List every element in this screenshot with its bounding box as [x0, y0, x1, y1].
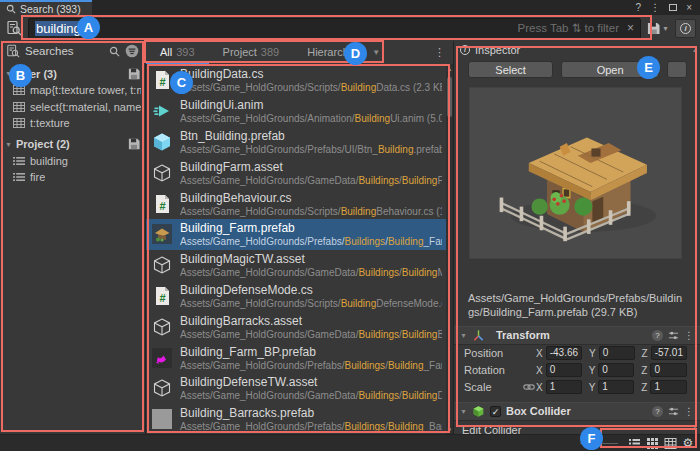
filter-icon[interactable]: [125, 44, 139, 58]
grid-view-icon[interactable]: [645, 436, 659, 450]
sidebar-item-label: building: [30, 155, 68, 167]
save-icon: [128, 68, 140, 80]
enabled-checkbox[interactable]: ✓: [490, 406, 501, 417]
result-row[interactable]: #BuildingData.csAssets/Game_HoldGrounds/…: [146, 65, 446, 96]
section-kebab-icon[interactable]: ⋮: [684, 406, 694, 417]
transform-row-scale: ScaleX1Y1Z1: [454, 379, 700, 396]
info-icon: i: [460, 45, 470, 55]
box-collider-section-header[interactable]: ▼ ✓ Box Collider ? ⋮: [454, 402, 700, 421]
section-kebab-icon[interactable]: ⋮: [684, 330, 694, 341]
clear-search-icon[interactable]: ×: [627, 21, 634, 35]
results-panel: All393Project389Hierarchy ▼ ⋮ #BuildingD…: [146, 41, 453, 434]
result-name: BuildingBehaviour.cs: [180, 191, 442, 205]
scroll-down-icon[interactable]: ▼: [692, 424, 698, 430]
toggle-inspector-button[interactable]: i: [675, 19, 696, 38]
table-icon: [13, 84, 25, 96]
results-scrollbar[interactable]: ▲ ▼: [446, 65, 453, 434]
result-path: Assets/Game_HoldGrounds/GameData/Buildin…: [180, 329, 442, 340]
cs-file-icon: #: [151, 285, 173, 307]
saved-searches-toggle-button[interactable]: [4, 18, 24, 38]
item-size-slider[interactable]: [580, 438, 618, 448]
scale-x-field[interactable]: 1: [546, 380, 582, 394]
tab-project[interactable]: Project389: [209, 41, 294, 64]
result-path: Assets/Game_HoldGrounds/Prefabs/Building…: [180, 360, 442, 371]
table-icon: [13, 117, 25, 129]
asset-file-icon: [151, 377, 173, 399]
tab-hierarchy[interactable]: Hierarchy: [293, 41, 368, 64]
result-name: Building_Farm_BP.prefab: [180, 345, 442, 359]
fold-icon[interactable]: ▼: [460, 408, 467, 415]
result-row[interactable]: #BuildingDefenseMode.csAssets/Game_HoldG…: [146, 281, 446, 312]
sidebar-item-label: map{t:texture tower, t:ma: [30, 84, 141, 96]
sidebar-item-building[interactable]: building: [0, 153, 145, 170]
table-view-icon[interactable]: [663, 436, 677, 450]
transform-row-label: Position: [464, 347, 522, 359]
rotation-x-field[interactable]: 0: [546, 363, 582, 377]
scrollbar-thumb[interactable]: [447, 77, 452, 117]
fold-icon[interactable]: ▼: [5, 70, 12, 77]
result-row[interactable]: BuildingFarm.assetAssets/Game_HoldGround…: [146, 157, 446, 188]
presets-icon[interactable]: [668, 406, 679, 417]
asset-file-icon: [151, 162, 173, 184]
sidebar-item-t-texture[interactable]: t:texture: [0, 115, 145, 132]
fold-icon[interactable]: ▼: [5, 141, 12, 148]
position-x-field[interactable]: -43.66: [546, 346, 582, 360]
statusbar: ⚙: [0, 434, 700, 451]
scale-z-field[interactable]: 1: [650, 380, 687, 394]
results-menu-kebab-icon[interactable]: ⋮: [426, 41, 453, 64]
position-z-field[interactable]: -57.01: [651, 346, 687, 360]
saved-searches-panel: Searches ▼User (3)map{t:texture tower, t…: [0, 41, 146, 434]
scroll-up-icon[interactable]: ▲: [446, 66, 453, 72]
search-icon[interactable]: [109, 46, 120, 57]
edit-collider-label[interactable]: Edit Collider: [462, 424, 700, 434]
scale-y-field[interactable]: 1: [598, 380, 634, 394]
result-row[interactable]: Btn_Building.prefabAssets/Game_HoldGroun…: [146, 127, 446, 158]
menu-kebab-icon[interactable]: ⋮: [650, 2, 660, 13]
presets-icon[interactable]: [668, 330, 679, 341]
result-row[interactable]: BuildingMagicTW.assetAssets/Game_HoldGro…: [146, 250, 446, 281]
svg-text:#: #: [159, 76, 165, 88]
open-button[interactable]: Open: [561, 61, 659, 78]
result-row[interactable]: BuildingDefenseTW.assetAssets/Game_HoldG…: [146, 373, 446, 404]
maximize-icon[interactable]: [669, 4, 677, 11]
transform-section-header[interactable]: ▼ Transform ? ⋮: [454, 326, 700, 345]
select-button[interactable]: Select: [468, 61, 553, 78]
help-icon[interactable]: ?: [636, 2, 642, 13]
tabs-dropdown-icon[interactable]: ▼: [368, 41, 384, 64]
settings-icon[interactable]: ⚙: [681, 436, 695, 450]
chevron-down-icon: ▼: [662, 25, 669, 32]
close-icon[interactable]: ×: [686, 2, 692, 13]
sidebar-group-header[interactable]: ▼Project (2): [0, 136, 145, 153]
tab-all[interactable]: All393: [146, 41, 209, 64]
result-row[interactable]: Building_Farm.prefabAssets/Game_HoldGrou…: [146, 219, 446, 250]
result-path: Assets/Game_HoldGrounds/Prefabs/Building…: [180, 236, 442, 247]
fold-icon[interactable]: ▼: [460, 332, 467, 339]
search-input[interactable]: building Press Tab ⇅ to filter ×: [28, 18, 641, 39]
result-row[interactable]: Building_Barracks.prefabAssets/Game_Hold…: [146, 404, 446, 434]
sidebar-item-label: select{t:material, name, #: [30, 101, 141, 113]
help-icon[interactable]: ?: [652, 406, 663, 417]
axis-label: X: [536, 348, 543, 359]
result-row[interactable]: BuildingUi.animAssets/Game_HoldGrounds/A…: [146, 96, 446, 127]
list-icon: [13, 171, 25, 183]
help-icon[interactable]: ?: [652, 330, 663, 341]
scroll-up-icon[interactable]: ▲: [692, 47, 698, 53]
result-row[interactable]: BuildingBarracks.assetAssets/Game_HoldGr…: [146, 311, 446, 342]
sidebar-item-fire[interactable]: fire: [0, 169, 145, 186]
more-button[interactable]: [667, 61, 687, 78]
slider-knob[interactable]: [588, 439, 596, 447]
position-y-field[interactable]: 0: [599, 346, 635, 360]
sidebar-group-header[interactable]: ▼User (3): [0, 65, 145, 82]
sidebar-item-select-t-material-na[interactable]: select{t:material, name, #: [0, 99, 145, 116]
scroll-down-icon[interactable]: ▼: [446, 427, 453, 433]
sidebar-item-map-t-texture-tower-[interactable]: map{t:texture tower, t:ma: [0, 82, 145, 99]
rotation-y-field[interactable]: 0: [598, 363, 634, 377]
list-view-icon[interactable]: [627, 436, 641, 450]
rotation-z-field[interactable]: 0: [650, 363, 687, 377]
result-row[interactable]: #BuildingBehaviour.csAssets/Game_HoldGro…: [146, 188, 446, 219]
result-path: Assets/Game_HoldGrounds/Scripts/Building…: [180, 82, 442, 93]
result-row[interactable]: Building_Farm_BP.prefabAssets/Game_HoldG…: [146, 342, 446, 373]
link-scale-icon[interactable]: [523, 381, 535, 393]
save-search-button[interactable]: ▼: [645, 22, 671, 35]
window-tab-search[interactable]: Search (393): [0, 0, 92, 15]
